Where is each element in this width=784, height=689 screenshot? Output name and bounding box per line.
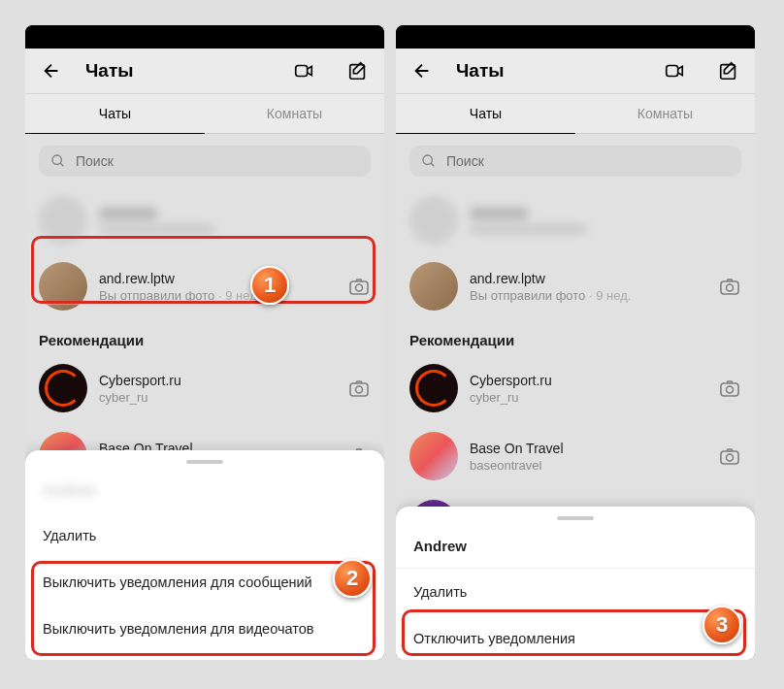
svg-point-4 (356, 284, 363, 291)
svg-rect-11 (667, 66, 678, 77)
tabs: Чаты Комнаты (25, 94, 384, 134)
phone-left: Чаты Чаты Комнаты (25, 25, 384, 660)
item-name: Cybersport.ru (99, 373, 336, 388)
avatar (409, 432, 458, 480)
camera-icon[interactable] (718, 275, 741, 298)
chat-sub: Вы отправили фото · 9 нед. (99, 288, 336, 303)
camera-icon[interactable] (718, 444, 741, 468)
video-icon[interactable] (664, 60, 685, 82)
search-input[interactable] (446, 153, 730, 169)
step-badge-1: 1 (250, 266, 289, 305)
sheet-delete[interactable]: Удалить (25, 512, 384, 559)
svg-rect-16 (721, 383, 738, 396)
svg-rect-14 (721, 281, 738, 294)
bottom-sheet: Andrew Удалить Отключить уведомления (396, 507, 755, 660)
svg-point-19 (727, 454, 734, 461)
chat-row[interactable]: and.rew.lptw Вы отправили фото · 9 нед. (396, 252, 755, 320)
status-bar (396, 25, 755, 49)
chat-name: and.rew.lptw (99, 271, 336, 286)
avatar (409, 262, 458, 311)
camera-icon[interactable] (718, 377, 741, 400)
recommendations-title: Рекомендации (25, 320, 384, 354)
phone-right: Чаты Чаты Комнаты (396, 25, 755, 660)
svg-point-2 (52, 155, 61, 164)
item-name: Base On Travel (470, 441, 706, 456)
video-icon[interactable] (293, 60, 314, 82)
bottom-sheet: Andrew Удалить Выключить уведомления для… (25, 450, 384, 660)
search-bar[interactable] (409, 146, 741, 177)
search-icon (50, 153, 66, 169)
item-sub: cyber_ru (99, 390, 336, 405)
sheet-handle[interactable] (557, 516, 594, 520)
back-icon[interactable] (41, 60, 62, 82)
chat-name: and.rew.lptw (470, 271, 706, 286)
step-badge-3: 3 (702, 606, 741, 644)
blurred-chat (396, 188, 755, 252)
item-sub: baseontravel (470, 458, 706, 473)
list-item[interactable]: Cybersport.ru cyber_ru (396, 354, 755, 422)
page-title: Чаты (85, 60, 260, 82)
search-icon (421, 153, 437, 169)
sheet-user: Andrew (25, 472, 384, 512)
screen: Чаты Чаты Комнаты (25, 49, 384, 660)
sheet-mute-video[interactable]: Выключить уведомления для видеочатов (25, 606, 384, 652)
back-icon[interactable] (411, 60, 433, 82)
avatar (39, 364, 87, 412)
list-item[interactable]: Base On Travel baseontravel (396, 422, 755, 490)
list-item[interactable]: Cybersport.ru cyber_ru (25, 354, 384, 422)
item-name: Cybersport.ru (470, 373, 706, 388)
chat-row[interactable]: and.rew.lptw Вы отправили фото · 9 нед. (25, 252, 384, 320)
search-bar[interactable] (39, 146, 371, 177)
header: Чаты (396, 49, 755, 94)
page-title: Чаты (456, 60, 631, 82)
tab-rooms[interactable]: Комнаты (575, 94, 755, 133)
tab-chats[interactable]: Чаты (396, 94, 575, 133)
blurred-chat (25, 188, 384, 252)
tabs: Чаты Комнаты (396, 94, 755, 134)
step-badge-2: 2 (333, 559, 372, 598)
chat-sub: Вы отправили фото · 9 нед. (470, 288, 706, 303)
camera-icon[interactable] (347, 377, 371, 400)
svg-rect-3 (350, 281, 368, 294)
search-input[interactable] (76, 153, 359, 169)
avatar (409, 364, 458, 412)
screen: Чаты Чаты Комнаты (396, 49, 755, 660)
sheet-handle[interactable] (186, 460, 223, 464)
header: Чаты (25, 49, 384, 94)
status-bar (25, 25, 384, 49)
avatar (39, 262, 87, 311)
tab-chats[interactable]: Чаты (25, 94, 205, 133)
compose-icon[interactable] (718, 60, 739, 82)
sheet-delete[interactable]: Удалить (396, 569, 755, 615)
svg-rect-18 (721, 451, 738, 464)
svg-point-15 (727, 284, 734, 291)
svg-point-6 (356, 386, 363, 393)
svg-rect-0 (296, 66, 308, 77)
sheet-user: Andrew (396, 528, 755, 569)
tab-rooms[interactable]: Комнаты (205, 94, 384, 133)
compose-icon[interactable] (347, 60, 369, 82)
camera-icon[interactable] (347, 275, 371, 298)
sheet-mute-messages[interactable]: Выключить уведомления для сообщений (25, 559, 384, 606)
recommendations-title: Рекомендации (396, 320, 755, 354)
item-sub: cyber_ru (470, 390, 706, 405)
svg-point-13 (423, 155, 432, 164)
svg-rect-5 (350, 383, 368, 396)
sheet-mute[interactable]: Отключить уведомления (396, 615, 755, 660)
svg-point-17 (727, 386, 734, 393)
